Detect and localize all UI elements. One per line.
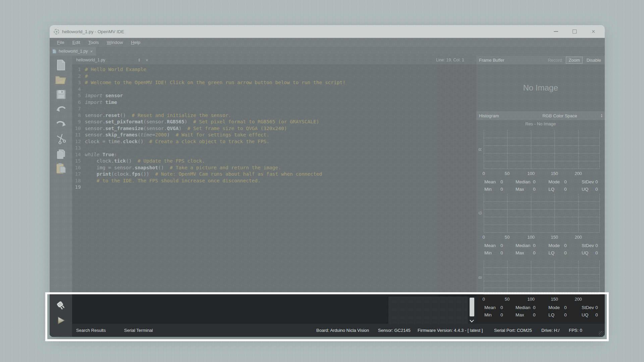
code-line: 2#	[72, 73, 438, 80]
run-arrow-icon	[55, 315, 67, 326]
code-line: 7	[72, 106, 438, 112]
document-selector[interactable]: helloworld_1.py ▲▼ ×	[72, 58, 159, 63]
line-number: 9	[72, 119, 83, 125]
stat-value-stdev: 0	[595, 305, 598, 310]
histogram-plot	[484, 130, 599, 169]
stat-value-min: 0	[500, 250, 503, 255]
menu-item-window[interactable]: Window	[104, 39, 126, 46]
tab-bar: helloworld_1.py ×	[50, 47, 605, 56]
cursor-position: Line: 19, Col: 1	[436, 56, 464, 64]
stat-label-min: Min	[484, 312, 492, 317]
cut-button[interactable]	[50, 131, 72, 146]
x-tick: 0	[482, 235, 485, 240]
title-bar: helloworld_1.py - OpenMV IDE ×	[50, 25, 605, 38]
stat-label-mean: Mean	[484, 243, 496, 248]
editor-topbar: helloworld_1.py ▲▼ × Line: 19, Col: 1	[72, 56, 476, 64]
stat-label-uq: UQ	[582, 187, 588, 192]
line-number: 11	[72, 132, 83, 138]
new-file-button[interactable]	[50, 58, 72, 72]
line-number: 17	[72, 171, 83, 178]
terminal-scrollbar-slider[interactable]	[470, 298, 474, 316]
status-bar: Search ResultsSerial Terminal Board: Ard…	[72, 324, 605, 337]
paste-button[interactable]	[50, 161, 72, 176]
scroll-down-icon[interactable]	[470, 318, 474, 322]
menu-item-tools[interactable]: Tools	[85, 39, 102, 46]
document-close-icon[interactable]: ×	[146, 58, 148, 63]
code-line: 16 img = sensor.snapshot() # Take a pict…	[72, 165, 438, 171]
open-file-icon	[55, 74, 67, 85]
status-board: Board: Arduino Nicla Vision	[316, 324, 369, 337]
tab-helloworld[interactable]: helloworld_1.py ×	[50, 47, 96, 56]
open-file-button[interactable]	[50, 72, 72, 87]
x-tick: 50	[505, 297, 509, 302]
bottom-tab-search-results[interactable]: Search Results	[76, 324, 106, 337]
undo-button[interactable]	[50, 102, 72, 117]
menu-bar: FileEditToolsWindowHelp	[50, 38, 605, 47]
undo-icon	[55, 105, 67, 114]
frame-buffer-panel: Frame Buffer Record Zoom Disable No Imag…	[476, 56, 605, 324]
stat-value-uq: 0	[595, 250, 598, 255]
status-firmware-version: Firmware Version: 4.4.3 - [ latest ]	[418, 324, 483, 337]
code-line: 5import sensor	[72, 93, 438, 99]
code-line: 4	[72, 86, 438, 93]
openmv-ide-window: helloworld_1.py - OpenMV IDE × FileEditT…	[50, 25, 605, 337]
redo-icon	[55, 119, 67, 129]
code-line: 12clock = time.clock() # Create a clock …	[72, 138, 438, 145]
disable-button[interactable]: Disable	[584, 57, 603, 63]
record-button[interactable]: Record	[545, 57, 564, 63]
menu-item-help[interactable]: Help	[128, 39, 144, 46]
copy-icon	[56, 148, 66, 159]
x-tick: 100	[527, 235, 535, 240]
stat-value-mean: 0	[500, 243, 503, 248]
connect-plug-icon	[54, 299, 68, 312]
stat-label-median: Median	[516, 179, 530, 184]
serial-terminal-area[interactable]	[72, 297, 476, 324]
connect-button[interactable]	[50, 298, 72, 313]
tab-label: helloworld_1.py	[59, 49, 88, 54]
channel-label-g: G	[477, 194, 484, 232]
status-fps: FPS: 0	[569, 324, 582, 337]
line-number: 4	[72, 86, 83, 93]
maximize-button[interactable]	[565, 25, 584, 38]
menu-item-file[interactable]: File	[54, 39, 68, 46]
stat-label-mean: Mean	[484, 305, 496, 310]
x-tick: 150	[551, 297, 558, 302]
status-sensor: Sensor: GC2145	[378, 324, 411, 337]
code-line: 6import time	[72, 99, 438, 106]
tab-close-icon[interactable]: ×	[90, 49, 93, 54]
x-tick: 150	[551, 235, 558, 240]
resize-grip[interactable]	[599, 331, 604, 336]
run-script-button[interactable]	[50, 313, 72, 328]
stat-value-min: 0	[500, 312, 503, 317]
line-number: 13	[72, 145, 83, 152]
stat-value-uq: 0	[595, 187, 598, 192]
stat-label-lq: LQ	[548, 250, 554, 255]
code-line: 1# Hello World Example	[72, 66, 438, 73]
x-tick: 50	[505, 171, 509, 176]
stat-value-mean: 0	[500, 305, 503, 310]
dim-overlay-bottom	[0, 339, 644, 362]
bottom-tab-serial-terminal[interactable]: Serial Terminal	[124, 324, 153, 337]
stat-label-min: Min	[484, 187, 492, 192]
stat-label-uq: UQ	[582, 250, 588, 255]
code-editor[interactable]: 1# Hello World Example2#3# Welcome to th…	[72, 64, 438, 297]
copy-button[interactable]	[50, 146, 72, 161]
code-line: 13	[72, 145, 438, 152]
dim-overlay-right	[607, 294, 644, 339]
zoom-button[interactable]: Zoom	[566, 57, 582, 63]
maximize-icon	[573, 29, 577, 34]
x-tick: 150	[551, 171, 558, 176]
close-button[interactable]: ×	[584, 25, 603, 38]
line-number: 1	[72, 66, 83, 73]
stat-label-min: Min	[484, 250, 492, 255]
python-file-icon	[52, 49, 56, 54]
menu-item-edit[interactable]: Edit	[69, 39, 84, 46]
color-space-dropdown[interactable]: RGB Color Space ▲▼	[542, 111, 603, 120]
save-file-button[interactable]	[50, 87, 72, 102]
terminal-scrollbar[interactable]	[468, 297, 476, 324]
redo-button[interactable]	[50, 117, 72, 131]
code-line: 8sensor.reset() # Reset and initialize t…	[72, 112, 438, 119]
minimize-button[interactable]	[546, 25, 565, 38]
x-tick: 100	[527, 297, 535, 302]
stat-label-median: Median	[516, 305, 530, 310]
